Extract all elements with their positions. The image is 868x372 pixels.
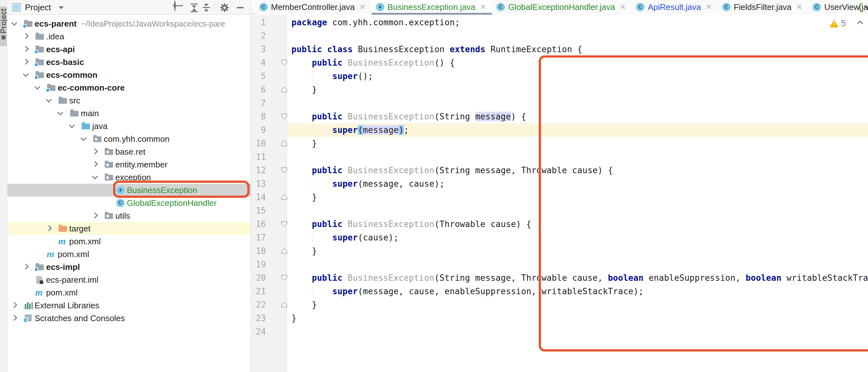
code-line-12[interactable]: public BusinessException(String message,… xyxy=(291,164,613,177)
tree-item-ecs-common[interactable]: ecs-common xyxy=(7,69,251,81)
code-line-16[interactable]: public BusinessException(Throwable cause… xyxy=(291,217,531,231)
code-line-1[interactable]: package com.yhh.common.exception; xyxy=(291,16,460,29)
tree-item-main[interactable]: main xyxy=(7,107,251,120)
chevron-collapsed-icon[interactable] xyxy=(92,161,98,167)
chevron-collapsed-icon[interactable] xyxy=(92,148,98,154)
tree-item-external-libraries[interactable]: External Libraries xyxy=(7,299,251,312)
code-editor[interactable]: 123456789101112131415161718192021222324 … xyxy=(251,15,868,372)
tab-overflow-area[interactable]: ( xyxy=(859,0,867,14)
code-line-22[interactable]: } xyxy=(291,298,317,311)
tab-globalexceptionhandler-java[interactable]: CGlobalExceptionHandler.java✕ xyxy=(492,0,631,14)
tree-item-idea[interactable]: .idea xyxy=(7,30,251,43)
close-icon[interactable]: ✕ xyxy=(619,3,626,11)
class-icon: C xyxy=(496,3,505,11)
tree-item-ecs-parent-iml[interactable]: ecs-parent.iml xyxy=(7,273,251,286)
tree-item-globalexceptionhandler[interactable]: CGlobalExceptionHandler xyxy=(7,197,251,209)
tab-apiresult-java[interactable]: CApiResult.java✕ xyxy=(631,0,717,14)
close-icon[interactable]: ✕ xyxy=(480,3,486,11)
chevron-expanded-icon[interactable] xyxy=(11,20,17,26)
tree-item-entity-member[interactable]: entity.member xyxy=(7,158,251,171)
fold-marker-icon[interactable] xyxy=(281,167,287,173)
project-view-title[interactable]: Project xyxy=(25,0,51,15)
previous-problem-button[interactable] xyxy=(857,21,863,26)
module-folder-icon xyxy=(35,58,44,67)
chevron-collapsed-icon[interactable] xyxy=(92,212,98,218)
tree-item-exception[interactable]: exception xyxy=(7,171,251,184)
code-line-4[interactable]: public BusinessException() { xyxy=(291,56,455,69)
chevron-collapsed-icon[interactable] xyxy=(23,33,29,39)
tree-item-ecs-basic[interactable]: ecs-basic xyxy=(7,56,251,69)
chevron-collapsed-icon[interactable] xyxy=(23,46,29,52)
chevron-down-icon[interactable] xyxy=(864,3,868,9)
fold-marker-icon[interactable] xyxy=(281,60,287,66)
chevron-expanded-icon[interactable] xyxy=(34,84,40,90)
code-line-18[interactable]: } xyxy=(291,244,317,258)
code-line-3[interactable]: public class BusinessException extends R… xyxy=(291,42,582,56)
close-icon[interactable]: ✕ xyxy=(796,3,802,11)
close-icon[interactable]: ✕ xyxy=(360,3,366,11)
tree-item-java[interactable]: java xyxy=(7,120,251,133)
code-line-6[interactable]: } xyxy=(291,83,317,96)
code-line-10[interactable]: } xyxy=(291,137,317,150)
editor-tab-bar: CMemberController.java✕BusinessException… xyxy=(251,0,868,14)
close-icon[interactable]: ✕ xyxy=(706,3,712,11)
fold-marker-icon[interactable] xyxy=(281,140,287,146)
code-line-14[interactable]: } xyxy=(291,191,317,204)
chevron-collapsed-icon[interactable] xyxy=(46,225,52,231)
chevron-collapsed-icon[interactable] xyxy=(11,315,17,321)
tab-membercontroller-java[interactable]: CMemberController.java✕ xyxy=(255,0,372,14)
locate-file-button[interactable] xyxy=(173,3,183,12)
tree-item-label: pom.xml xyxy=(46,288,78,298)
tree-item-pom-xml-18[interactable]: mpom.xml xyxy=(7,248,251,261)
tab-fieldsfilter-java[interactable]: CFieldsFilter.java✕ xyxy=(718,0,808,14)
hide-panel-button[interactable] xyxy=(236,3,245,12)
fold-marker-icon[interactable] xyxy=(281,113,287,120)
code-line-23[interactable]: } xyxy=(291,311,297,325)
indent-guide xyxy=(312,177,312,191)
tree-item-ecs-parent[interactable]: ecs-parent~/IdeaProjects/JavaWorkspace/e… xyxy=(7,17,251,30)
chevron-expanded-icon[interactable] xyxy=(23,71,29,77)
tree-item-scratches-and-consoles[interactable]: ›Scratches and Consoles xyxy=(7,312,251,325)
fold-marker-icon[interactable] xyxy=(281,194,287,200)
tree-item-target[interactable]: target xyxy=(7,222,251,235)
chevron-collapsed-icon[interactable] xyxy=(11,302,17,308)
inspection-widget[interactable]: 5 xyxy=(830,19,868,29)
chevron-expanded-icon[interactable] xyxy=(81,135,86,141)
tree-item-businessexception[interactable]: BusinessException xyxy=(7,184,251,197)
chevron-collapsed-icon[interactable] xyxy=(23,264,29,270)
settings-gear-icon[interactable] xyxy=(220,3,229,12)
chevron-expanded-icon[interactable] xyxy=(92,173,98,179)
chevron-expanded-icon[interactable] xyxy=(69,122,74,128)
code-line-20[interactable]: public BusinessException(String message,… xyxy=(291,271,868,284)
fold-marker-icon[interactable] xyxy=(281,87,287,93)
chevron-expanded-icon[interactable] xyxy=(57,109,63,115)
collapse-all-button[interactable] xyxy=(202,3,211,12)
fold-marker-icon[interactable] xyxy=(281,248,287,254)
code-line-17[interactable]: super(cause); xyxy=(291,231,399,244)
code-line-8[interactable]: public BusinessException(String message)… xyxy=(291,110,526,123)
tree-item-ecs-api[interactable]: ecs-api xyxy=(7,43,251,56)
tree-item-ecs-impl[interactable]: ecs-impl xyxy=(7,261,251,273)
tree-item-utils[interactable]: utils xyxy=(7,209,251,222)
tree-item-pom-xml-17[interactable]: mpom.xml xyxy=(7,235,251,248)
project-tool-window-icon xyxy=(2,36,5,39)
tree-item-pom-xml-21[interactable]: mpom.xml xyxy=(7,286,251,299)
tree-item-label: entity.member xyxy=(115,160,167,170)
tree-item-src[interactable]: src xyxy=(7,94,251,107)
expand-all-button[interactable] xyxy=(189,3,199,12)
tree-item-ec-common-core[interactable]: ec-common-core xyxy=(7,81,251,94)
tab-businessexception-java[interactable]: BusinessException.java✕ xyxy=(372,0,492,14)
chevron-down-icon[interactable] xyxy=(59,6,64,9)
tree-item-base-ret[interactable]: base.ret xyxy=(7,145,251,158)
fold-marker-icon[interactable] xyxy=(281,275,287,281)
project-tool-window-tab[interactable]: Project xyxy=(0,6,7,46)
tree-item-com-yhh-common[interactable]: com.yhh.common xyxy=(7,133,251,145)
code-line-13[interactable]: super(message, cause); xyxy=(291,177,444,191)
code-line-5[interactable]: super(); xyxy=(291,69,373,83)
chevron-expanded-icon[interactable] xyxy=(46,97,52,102)
chevron-collapsed-icon[interactable] xyxy=(23,59,29,65)
fold-marker-icon[interactable] xyxy=(281,302,287,308)
fold-marker-icon[interactable] xyxy=(281,221,287,227)
code-line-21[interactable]: super(message, cause, enableSuppression,… xyxy=(291,284,644,298)
code-line-9[interactable]: super(message); xyxy=(291,123,409,137)
